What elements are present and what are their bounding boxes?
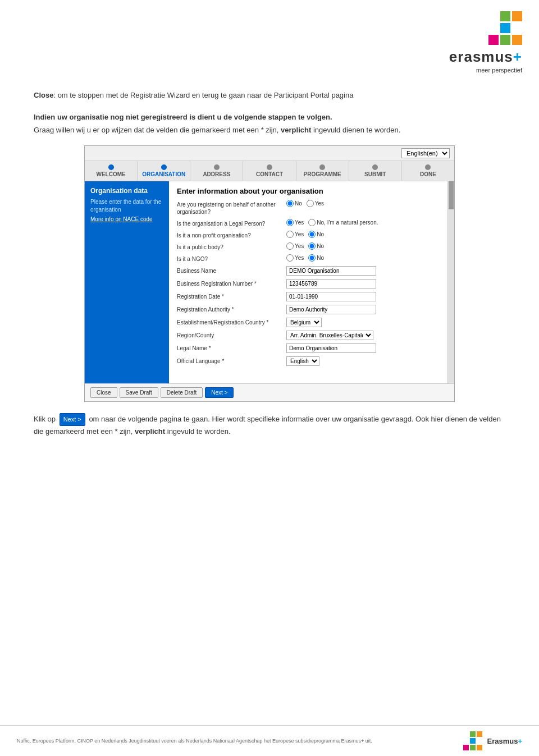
language-bar: English(en) (85, 146, 454, 161)
control-region: Arr. Admin. Bruxelles-Capitale - (286, 331, 440, 340)
step-contact[interactable]: CONTACT (243, 161, 296, 181)
sidebar-title: Organisation data (90, 187, 163, 195)
wizard-box: English(en) WELCOME ORGANISATION ADDRESS… (84, 145, 455, 402)
input-reg-number[interactable] (286, 279, 376, 288)
form-row-ngo: Is it a NGO? Yes No (177, 254, 440, 263)
label-country: Establishment/Registration Country * (177, 318, 286, 326)
form-row-language: Official Language * English (177, 356, 440, 366)
radio-nonprofit-no[interactable]: No (308, 231, 324, 238)
control-legal-name (286, 343, 440, 353)
save-draft-button[interactable]: Save Draft (120, 387, 158, 398)
input-reg-date[interactable] (286, 292, 376, 301)
bottom-text-body: om naar de volgende pagina te gaan. Hier… (34, 415, 501, 436)
label-business-name: Business Name (177, 266, 286, 274)
step-programme-label: PROGRAMME (304, 171, 341, 177)
control-language: English (286, 356, 440, 366)
step-organisation-label: ORGANISATION (142, 171, 185, 177)
klik-op-text: Klik op (34, 415, 56, 423)
form-row-nonprofit: Is it a non-profit organisation? Yes No (177, 231, 440, 239)
label-publicbody: Is it a public body? (177, 242, 286, 251)
select-country[interactable]: Belgium (286, 318, 322, 327)
wizard-body: Organisation data Please enter the data … (85, 181, 454, 383)
form-row-country: Establishment/Registration Country * Bel… (177, 318, 440, 327)
label-region: Region/County (177, 331, 286, 339)
control-ngo: Yes No (286, 254, 440, 262)
verplicht-word-1: verplicht (281, 126, 311, 134)
control-reg-date (286, 292, 440, 301)
close-word: Close (34, 91, 53, 99)
control-reg-authority (286, 305, 440, 314)
sidebar-desc: Please enter the data for the organisati… (90, 198, 163, 214)
footer-logo-squares (463, 731, 482, 750)
step-organisation[interactable]: ORGANISATION (138, 161, 190, 181)
next-button[interactable]: Next > (205, 387, 234, 398)
delete-draft-button[interactable]: Delete Draft (161, 387, 203, 398)
label-nonprofit: Is it a non-profit organisation? (177, 231, 286, 239)
close-button[interactable]: Close (90, 387, 117, 398)
step-submit-label: SUBMIT (364, 171, 386, 177)
erasmus-logo-text: erasmus+ (449, 48, 522, 66)
normal-text-before: Graag willen wij u er op wijzen dat de v… (34, 126, 278, 134)
footer: Nuffic, Europees Platform, CINOP en Nede… (0, 725, 539, 756)
language-select[interactable]: English(en) (401, 148, 450, 158)
wizard-form: Enter information about your organisatio… (169, 181, 447, 383)
steps-nav: WELCOME ORGANISATION ADDRESS CONTACT PRO… (85, 161, 454, 181)
step-programme[interactable]: PROGRAMME (296, 161, 349, 181)
form-row-behalf: Are you registering on behalf of another… (177, 200, 440, 216)
label-legal-name: Legal Name * (177, 343, 286, 352)
step-submit[interactable]: SUBMIT (349, 161, 402, 181)
form-row-reg-number: Business Registration Number * (177, 279, 440, 288)
select-region[interactable]: Arr. Admin. Bruxelles-Capitale - (286, 331, 373, 340)
label-reg-date: Registration Date * (177, 292, 286, 300)
logo-area: erasmus+ meer perspectief (449, 11, 522, 74)
form-row-legal-name: Legal Name * (177, 343, 440, 353)
input-reg-authority[interactable] (286, 305, 376, 314)
radio-ngo-yes[interactable]: Yes (286, 254, 304, 262)
bottom-paragraph: Klik op Next > om naar de volgende pagin… (34, 413, 505, 438)
label-language: Official Language * (177, 356, 286, 365)
intro-paragraph-1: Close: om te stoppen met de Registratie … (34, 90, 505, 102)
radio-publicbody-yes[interactable]: Yes (286, 242, 304, 250)
control-nonprofit: Yes No (286, 231, 440, 238)
label-reg-authority: Registration Authority * (177, 305, 286, 313)
step-contact-label: CONTACT (256, 171, 283, 177)
footer-logo: Erasmus+ (463, 731, 522, 750)
next-inline-button[interactable]: Next > (60, 413, 85, 427)
nace-link[interactable]: More info on NACE code (90, 216, 163, 222)
radio-behalf-no[interactable]: No (286, 200, 302, 207)
step-welcome-label: WELCOME (96, 171, 125, 177)
form-row-legal-person: Is the organisation a Legal Person? Yes … (177, 219, 440, 227)
label-behalf: Are you registering on behalf of another… (177, 200, 286, 216)
form-row-reg-authority: Registration Authority * (177, 305, 440, 314)
verplicht-word-2: verplicht (135, 427, 165, 436)
input-legal-name[interactable] (286, 343, 376, 353)
footer-text: Nuffic, Europees Platform, CINOP en Nede… (17, 738, 372, 744)
form-title: Enter information about your organisatio… (177, 187, 440, 195)
form-row-region: Region/County Arr. Admin. Bruxelles-Capi… (177, 331, 440, 340)
form-row-reg-date: Registration Date * (177, 292, 440, 301)
radio-publicbody-no[interactable]: No (308, 242, 324, 250)
step-done[interactable]: DONE (402, 161, 454, 181)
control-business-name (286, 266, 440, 276)
radio-nonprofit-yes[interactable]: Yes (286, 231, 304, 238)
label-reg-number: Business Registration Number * (177, 279, 286, 287)
control-country: Belgium (286, 318, 440, 327)
step-address-label: ADDRESS (203, 171, 230, 177)
radio-ngo-no[interactable]: No (308, 254, 324, 262)
radio-legal-yes[interactable]: Yes (286, 219, 304, 226)
field-instruction: Graag willen wij u er op wijzen dat de v… (34, 125, 505, 136)
logo-squares (488, 11, 522, 45)
step-welcome[interactable]: WELCOME (85, 161, 138, 181)
radio-behalf-yes[interactable]: Yes (307, 200, 324, 207)
label-legal-person: Is the organisation a Legal Person? (177, 219, 286, 227)
control-behalf: No Yes (286, 200, 440, 207)
wizard-sidebar: Organisation data Please enter the data … (85, 181, 169, 383)
select-language[interactable]: English (286, 356, 319, 366)
control-publicbody: Yes No (286, 242, 440, 250)
control-reg-number (286, 279, 440, 288)
scrollbar[interactable] (447, 181, 454, 383)
label-ngo: Is it a NGO? (177, 254, 286, 263)
step-address[interactable]: ADDRESS (190, 161, 243, 181)
input-business-name[interactable] (286, 266, 376, 276)
radio-legal-no[interactable]: No, I'm a natural person. (308, 219, 378, 226)
